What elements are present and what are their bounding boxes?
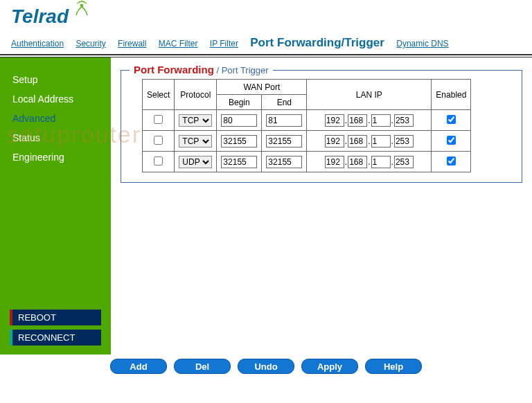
add-button[interactable]: Add (110, 359, 167, 374)
brand-logo: Telrad (11, 6, 521, 28)
col-begin: Begin (217, 95, 262, 110)
ip-segment-input[interactable] (371, 135, 391, 147)
topnav-security[interactable]: Security (76, 39, 105, 48)
table-row: TCPUDP... (143, 152, 471, 172)
ip-segment-input[interactable] (394, 114, 414, 127)
sidebar: Setup Local Address Advanced Status Engi… (0, 57, 111, 355)
port-forwarding-fieldset: Port Forwarding / Port Trigger Select Pr… (121, 70, 522, 183)
protocol-select[interactable]: TCPUDP (179, 114, 212, 127)
table-row: TCPUDP... (143, 131, 471, 152)
apply-button[interactable]: Apply (301, 359, 358, 374)
select-checkbox[interactable] (154, 156, 163, 165)
svg-point-0 (80, 4, 84, 8)
topnav-firewall[interactable]: Firewall (118, 39, 146, 48)
logo-person-icon (73, 0, 91, 22)
col-wan-port: WAN Port (217, 80, 307, 95)
sidebar-item-advanced[interactable]: Advanced (0, 109, 111, 128)
select-checkbox[interactable] (154, 136, 163, 145)
ip-segment-input[interactable] (325, 114, 344, 127)
protocol-select[interactable]: TCPUDP (179, 156, 212, 168)
sidebar-item-engineering[interactable]: Engineering (0, 147, 111, 167)
col-end: End (262, 95, 307, 110)
ip-segment-input[interactable] (394, 156, 414, 168)
topnav-dynamic-dns[interactable]: Dynamic DNS (396, 39, 448, 48)
ip-segment-input[interactable] (348, 156, 367, 168)
legend-port-forwarding: Port Forwarding (134, 64, 214, 75)
table-row: TCPUDP... (143, 110, 471, 131)
svg-point-5 (85, 3, 87, 4)
logo-text: Telrad (11, 6, 69, 28)
ip-segment-input[interactable] (325, 156, 344, 168)
ip-segment-input[interactable] (348, 135, 367, 147)
select-checkbox[interactable] (154, 115, 163, 124)
topnav-authentication[interactable]: Authentication (11, 39, 64, 48)
end-port-input[interactable] (266, 135, 302, 147)
ip-segment-input[interactable] (371, 114, 391, 127)
col-select: Select (143, 80, 175, 110)
legend-sep: / (214, 65, 222, 75)
top-nav: Authentication Security Firewall MAC Fil… (0, 33, 532, 55)
content-pane: setuprouter Port Forwarding / Port Trigg… (111, 57, 532, 355)
ip-segment-input[interactable] (394, 135, 414, 147)
legend-port-trigger[interactable]: Port Trigger (222, 65, 269, 75)
ip-segment-input[interactable] (371, 156, 391, 168)
col-enabled: Enabled (432, 80, 471, 110)
reboot-button[interactable]: REBOOT (10, 310, 101, 325)
sidebar-item-local-address[interactable]: Local Address (0, 89, 111, 109)
svg-point-3 (81, 1, 82, 2)
undo-button[interactable]: Undo (238, 359, 294, 374)
del-button[interactable]: Del (174, 359, 231, 374)
svg-point-4 (83, 1, 85, 3)
begin-port-input[interactable] (221, 114, 257, 127)
reconnect-button[interactable]: RECONNECT (10, 330, 101, 346)
sidebar-item-status[interactable]: Status (0, 128, 111, 147)
end-port-input[interactable] (266, 156, 302, 168)
ip-segment-input[interactable] (348, 114, 367, 127)
topnav-ip-filter[interactable]: IP Filter (210, 39, 238, 48)
begin-port-input[interactable] (221, 156, 257, 168)
enabled-checkbox[interactable] (447, 136, 456, 145)
sidebar-item-setup[interactable]: Setup (0, 70, 111, 89)
rules-table: Select Protocol WAN Port LAN IP Enabled … (142, 79, 471, 172)
col-protocol: Protocol (175, 80, 217, 110)
end-port-input[interactable] (266, 114, 302, 127)
topnav-port-forwarding[interactable]: Port Forwarding/Trigger (250, 36, 384, 49)
help-button[interactable]: Help (365, 359, 422, 374)
bottom-action-bar: Add Del Undo Apply Help (0, 355, 532, 384)
enabled-checkbox[interactable] (447, 115, 456, 124)
col-lan-ip: LAN IP (307, 80, 432, 110)
topnav-mac-filter[interactable]: MAC Filter (159, 39, 198, 48)
svg-point-1 (77, 3, 78, 4)
enabled-checkbox[interactable] (447, 156, 456, 165)
ip-segment-input[interactable] (325, 135, 344, 147)
begin-port-input[interactable] (221, 135, 257, 147)
protocol-select[interactable]: TCPUDP (179, 135, 212, 147)
fieldset-legend: Port Forwarding / Port Trigger (130, 64, 273, 75)
svg-point-2 (79, 1, 80, 3)
